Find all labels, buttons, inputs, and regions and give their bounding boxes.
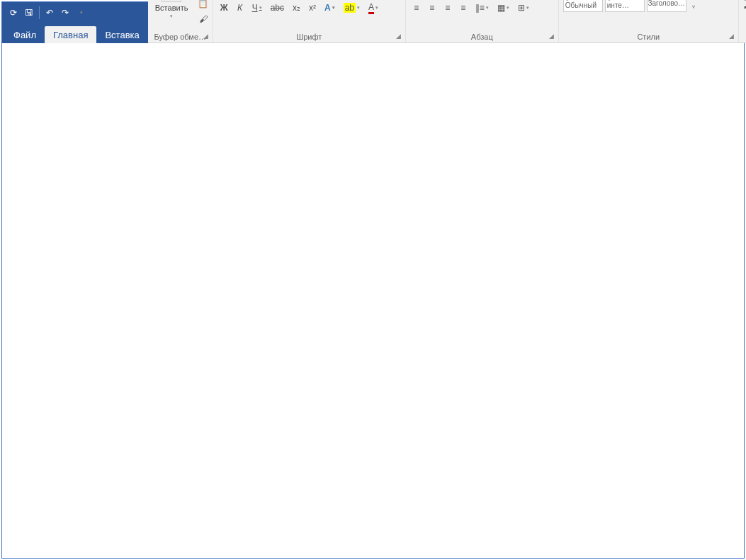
align-center-icon[interactable]: ≡: [426, 1, 439, 15]
group-styles-caption: Стили: [637, 33, 660, 41]
undo-icon[interactable]: ↶: [44, 7, 55, 18]
group-font: Exo 2.0▾ 12▾ A▴ A▾ Aa A⁄ Ж К Ч abc x₂ x²…: [213, 0, 406, 42]
tab-file[interactable]: Файл: [5, 26, 45, 43]
tab-insert: Вставка: [96, 26, 147, 43]
style-no-spacing[interactable]: АаБбВвГ¶ Без инте…: [605, 0, 645, 12]
dialog-launcher-icon[interactable]: ◢: [729, 33, 734, 40]
strike-button[interactable]: abc: [268, 1, 287, 15]
font-color-icon[interactable]: A: [366, 1, 381, 15]
qat-customize-icon[interactable]: [75, 7, 86, 18]
align-left-icon[interactable]: ≡: [410, 1, 423, 15]
style-heading1[interactable]: АаБбВЗаголово…: [647, 0, 686, 12]
clipboard-icon: [162, 0, 181, 2]
group-styles: АаБбВвГ¶ Обычный АаБбВвГ¶ Без инте… АаБб…: [559, 0, 739, 42]
superscript-button[interactable]: x²: [306, 1, 319, 15]
copy-icon[interactable]: 📋: [195, 0, 211, 11]
group-paragraph-caption: Абзац: [471, 33, 493, 41]
highlight-icon[interactable]: ab: [341, 1, 363, 15]
quick-access-toolbar: ⟳ 🖫 ↶ ↷: [2, 6, 92, 19]
select-button[interactable]: ↖Выделить ▾: [743, 4, 746, 13]
ribbon-tabs: Файл Главная Вставка Вставить ▾ ✂ 📋 🖌 Бу…: [2, 23, 744, 43]
replace-icon: ⇄: [743, 0, 746, 2]
save-icon[interactable]: 🖫: [23, 7, 35, 18]
subscript-button[interactable]: x₂: [290, 1, 303, 15]
group-clipboard-caption: Буфер обме…: [154, 33, 207, 41]
redo-icon[interactable]: ↷: [60, 7, 71, 18]
ribbon: Вставить ▾ ✂ 📋 🖌 Буфер обме…◢ Exo 2.0▾ 1…: [148, 0, 746, 43]
borders-icon[interactable]: ⊞: [515, 1, 532, 15]
italic-button[interactable]: К: [234, 1, 247, 15]
dialog-launcher-icon[interactable]: ◢: [396, 33, 401, 40]
replace-button[interactable]: ⇄Заменить: [743, 0, 746, 2]
dialog-launcher-icon[interactable]: ◢: [549, 33, 554, 40]
style-normal[interactable]: АаБбВвГ¶ Обычный: [563, 0, 603, 12]
justify-icon[interactable]: ≡: [457, 1, 470, 15]
align-right-icon[interactable]: ≡: [441, 1, 454, 15]
format-painter-icon[interactable]: 🖌: [195, 12, 211, 26]
autosave-icon[interactable]: ⟳: [8, 7, 19, 18]
dialog-launcher-icon[interactable]: ◢: [203, 33, 208, 40]
group-editing: 🔍Найти ▾ ⇄Заменить ↖Выделить ▾ Редактиро…: [739, 0, 746, 42]
group-clipboard: Вставить ▾ ✂ 📋 🖌 Буфер обме…◢: [148, 0, 213, 42]
cursor-icon: ↖: [743, 4, 746, 13]
group-paragraph: ≡ ⅟ ☰ ⇤ ⇥ A↓ ¶ ≡ ≡ ≡ ≡ ‖≡ ▦ ⊞ Абзац◢: [406, 0, 559, 42]
paste-button[interactable]: Вставить ▾: [152, 0, 191, 26]
tab-home[interactable]: Главная: [45, 26, 96, 43]
styles-more-icon[interactable]: ▿: [689, 1, 699, 11]
shading-icon[interactable]: ▦: [494, 1, 512, 15]
group-font-caption: Шрифт: [296, 33, 322, 41]
text-effects-icon[interactable]: A: [322, 1, 338, 15]
bold-button[interactable]: Ж: [217, 1, 231, 15]
line-spacing-icon[interactable]: ‖≡: [473, 1, 492, 15]
underline-button[interactable]: Ч: [249, 1, 265, 15]
